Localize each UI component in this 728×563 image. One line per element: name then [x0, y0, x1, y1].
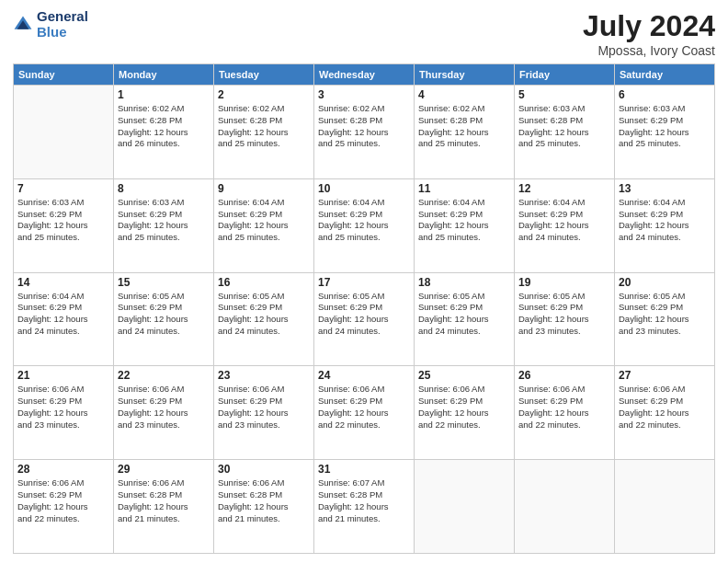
calendar-cell: 26Sunrise: 6:06 AM Sunset: 6:29 PM Dayli…: [515, 366, 615, 460]
calendar-cell: 8Sunrise: 6:03 AM Sunset: 6:29 PM Daylig…: [114, 178, 214, 272]
logo: General Blue: [13, 9, 88, 40]
day-header-saturday: Saturday: [615, 64, 715, 86]
day-number: 3: [318, 88, 410, 101]
day-info: Sunrise: 6:05 AM Sunset: 6:29 PM Dayligh…: [118, 291, 210, 338]
calendar-cell: 18Sunrise: 6:05 AM Sunset: 6:29 PM Dayli…: [415, 272, 515, 366]
calendar-cell: 19Sunrise: 6:05 AM Sunset: 6:29 PM Dayli…: [515, 272, 615, 366]
day-number: 26: [518, 369, 610, 382]
calendar-cell: 20Sunrise: 6:05 AM Sunset: 6:29 PM Dayli…: [615, 272, 715, 366]
calendar-week-row: 1Sunrise: 6:02 AM Sunset: 6:28 PM Daylig…: [14, 86, 715, 179]
day-info: Sunrise: 6:03 AM Sunset: 6:29 PM Dayligh…: [118, 197, 210, 244]
day-header-monday: Monday: [114, 64, 214, 86]
calendar-cell: 9Sunrise: 6:04 AM Sunset: 6:29 PM Daylig…: [214, 178, 314, 272]
day-number: 15: [118, 276, 210, 289]
day-info: Sunrise: 6:02 AM Sunset: 6:28 PM Dayligh…: [318, 103, 410, 150]
calendar-cell: 10Sunrise: 6:04 AM Sunset: 6:29 PM Dayli…: [314, 178, 415, 272]
day-header-sunday: Sunday: [14, 64, 114, 86]
day-number: 8: [118, 182, 210, 195]
day-number: 4: [418, 88, 510, 101]
day-number: 5: [518, 88, 610, 101]
calendar-cell: 16Sunrise: 6:05 AM Sunset: 6:29 PM Dayli…: [214, 272, 314, 366]
day-number: 14: [17, 276, 109, 289]
calendar-cell: 17Sunrise: 6:05 AM Sunset: 6:29 PM Dayli…: [314, 272, 415, 366]
calendar-body: 1Sunrise: 6:02 AM Sunset: 6:28 PM Daylig…: [14, 86, 715, 554]
day-info: Sunrise: 6:03 AM Sunset: 6:29 PM Dayligh…: [17, 197, 109, 244]
logo-icon: [13, 15, 33, 35]
day-info: Sunrise: 6:02 AM Sunset: 6:28 PM Dayligh…: [118, 103, 210, 150]
day-info: Sunrise: 6:04 AM Sunset: 6:29 PM Dayligh…: [318, 197, 410, 244]
calendar-cell: 5Sunrise: 6:03 AM Sunset: 6:28 PM Daylig…: [515, 86, 615, 179]
calendar-cell: [14, 86, 114, 179]
main-title: July 2024: [583, 9, 715, 43]
calendar-cell: 27Sunrise: 6:06 AM Sunset: 6:29 PM Dayli…: [615, 366, 715, 460]
day-number: 19: [518, 276, 610, 289]
day-info: Sunrise: 6:02 AM Sunset: 6:28 PM Dayligh…: [418, 103, 510, 150]
calendar-cell: 21Sunrise: 6:06 AM Sunset: 6:29 PM Dayli…: [14, 366, 114, 460]
calendar-cell: 6Sunrise: 6:03 AM Sunset: 6:29 PM Daylig…: [615, 86, 715, 179]
day-info: Sunrise: 6:05 AM Sunset: 6:29 PM Dayligh…: [218, 291, 310, 338]
calendar-header: SundayMondayTuesdayWednesdayThursdayFrid…: [14, 64, 715, 86]
calendar-cell: 14Sunrise: 6:04 AM Sunset: 6:29 PM Dayli…: [14, 272, 114, 366]
calendar-cell: [515, 460, 615, 554]
calendar-week-row: 7Sunrise: 6:03 AM Sunset: 6:29 PM Daylig…: [14, 178, 715, 272]
day-info: Sunrise: 6:07 AM Sunset: 6:28 PM Dayligh…: [318, 477, 410, 524]
calendar-cell: 23Sunrise: 6:06 AM Sunset: 6:29 PM Dayli…: [214, 366, 314, 460]
day-info: Sunrise: 6:06 AM Sunset: 6:28 PM Dayligh…: [218, 477, 310, 524]
day-header-thursday: Thursday: [415, 64, 515, 86]
day-info: Sunrise: 6:04 AM Sunset: 6:29 PM Dayligh…: [418, 197, 510, 244]
day-info: Sunrise: 6:02 AM Sunset: 6:28 PM Dayligh…: [218, 103, 310, 150]
calendar-cell: 7Sunrise: 6:03 AM Sunset: 6:29 PM Daylig…: [14, 178, 114, 272]
day-number: 27: [619, 369, 711, 382]
calendar-cell: 29Sunrise: 6:06 AM Sunset: 6:28 PM Dayli…: [114, 460, 214, 554]
day-info: Sunrise: 6:05 AM Sunset: 6:29 PM Dayligh…: [619, 291, 711, 338]
day-number: 1: [118, 88, 210, 101]
calendar-table: SundayMondayTuesdayWednesdayThursdayFrid…: [13, 63, 715, 554]
day-info: Sunrise: 6:04 AM Sunset: 6:29 PM Dayligh…: [518, 197, 610, 244]
day-number: 31: [318, 463, 410, 476]
subtitle: Mpossa, Ivory Coast: [583, 43, 715, 58]
day-info: Sunrise: 6:06 AM Sunset: 6:29 PM Dayligh…: [218, 384, 310, 431]
page: General Blue July 2024 Mpossa, Ivory Coa…: [0, 0, 728, 563]
calendar-cell: 13Sunrise: 6:04 AM Sunset: 6:29 PM Dayli…: [615, 178, 715, 272]
day-info: Sunrise: 6:06 AM Sunset: 6:29 PM Dayligh…: [418, 384, 510, 431]
day-info: Sunrise: 6:06 AM Sunset: 6:29 PM Dayligh…: [118, 384, 210, 431]
day-number: 29: [118, 463, 210, 476]
day-number: 28: [17, 463, 109, 476]
day-number: 2: [218, 88, 310, 101]
day-info: Sunrise: 6:06 AM Sunset: 6:29 PM Dayligh…: [17, 477, 109, 524]
day-number: 16: [218, 276, 310, 289]
day-number: 23: [218, 369, 310, 382]
day-info: Sunrise: 6:04 AM Sunset: 6:29 PM Dayligh…: [17, 291, 109, 338]
day-number: 9: [218, 182, 310, 195]
calendar-cell: 4Sunrise: 6:02 AM Sunset: 6:28 PM Daylig…: [415, 86, 515, 179]
day-header-friday: Friday: [515, 64, 615, 86]
calendar-cell: 22Sunrise: 6:06 AM Sunset: 6:29 PM Dayli…: [114, 366, 214, 460]
calendar-cell: 2Sunrise: 6:02 AM Sunset: 6:28 PM Daylig…: [214, 86, 314, 179]
calendar-cell: [615, 460, 715, 554]
calendar-week-row: 14Sunrise: 6:04 AM Sunset: 6:29 PM Dayli…: [14, 272, 715, 366]
header-row: SundayMondayTuesdayWednesdayThursdayFrid…: [14, 64, 715, 86]
calendar-cell: 28Sunrise: 6:06 AM Sunset: 6:29 PM Dayli…: [14, 460, 114, 554]
calendar-week-row: 21Sunrise: 6:06 AM Sunset: 6:29 PM Dayli…: [14, 366, 715, 460]
day-number: 13: [619, 182, 711, 195]
day-info: Sunrise: 6:05 AM Sunset: 6:29 PM Dayligh…: [418, 291, 510, 338]
calendar-cell: 25Sunrise: 6:06 AM Sunset: 6:29 PM Dayli…: [415, 366, 515, 460]
calendar-cell: 1Sunrise: 6:02 AM Sunset: 6:28 PM Daylig…: [114, 86, 214, 179]
calendar-cell: 24Sunrise: 6:06 AM Sunset: 6:29 PM Dayli…: [314, 366, 415, 460]
day-info: Sunrise: 6:06 AM Sunset: 6:29 PM Dayligh…: [318, 384, 410, 431]
day-header-wednesday: Wednesday: [314, 64, 415, 86]
day-info: Sunrise: 6:06 AM Sunset: 6:29 PM Dayligh…: [17, 384, 109, 431]
calendar-week-row: 28Sunrise: 6:06 AM Sunset: 6:29 PM Dayli…: [14, 460, 715, 554]
day-number: 30: [218, 463, 310, 476]
day-number: 7: [17, 182, 109, 195]
day-number: 18: [418, 276, 510, 289]
day-info: Sunrise: 6:05 AM Sunset: 6:29 PM Dayligh…: [518, 291, 610, 338]
day-info: Sunrise: 6:04 AM Sunset: 6:29 PM Dayligh…: [218, 197, 310, 244]
calendar-cell: 30Sunrise: 6:06 AM Sunset: 6:28 PM Dayli…: [214, 460, 314, 554]
calendar-cell: 3Sunrise: 6:02 AM Sunset: 6:28 PM Daylig…: [314, 86, 415, 179]
day-number: 22: [118, 369, 210, 382]
day-header-tuesday: Tuesday: [214, 64, 314, 86]
calendar-cell: 31Sunrise: 6:07 AM Sunset: 6:28 PM Dayli…: [314, 460, 415, 554]
day-info: Sunrise: 6:03 AM Sunset: 6:28 PM Dayligh…: [518, 103, 610, 150]
day-number: 21: [17, 369, 109, 382]
